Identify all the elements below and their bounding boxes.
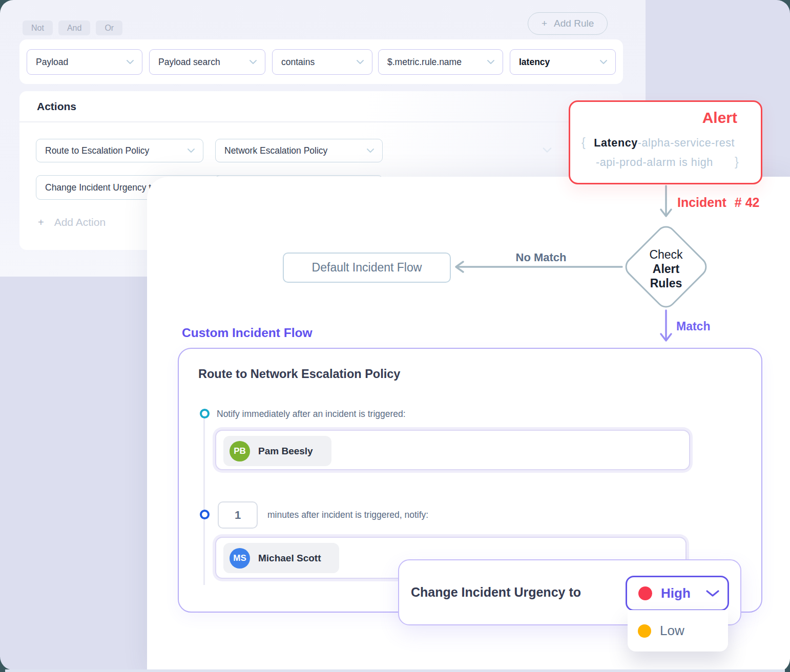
- rule-value-dropdown[interactable]: latency: [510, 49, 616, 75]
- step2-radio[interactable]: [200, 510, 210, 519]
- incident-number: # 42: [735, 195, 760, 210]
- close-brace: }: [735, 155, 739, 169]
- open-brace: {: [581, 136, 586, 149]
- logic-and-button[interactable]: And: [58, 20, 90, 35]
- rule-condition-bar: Payload Payload search contains $.metric…: [19, 39, 623, 84]
- actions-title: Actions: [37, 100, 76, 113]
- chevron-down-icon: [187, 148, 195, 153]
- dropdown-value: Network Escalation Policy: [224, 145, 327, 156]
- timeline-connector: [203, 418, 205, 585]
- chevron-down-icon: [356, 59, 364, 65]
- diamond-line: Alert: [653, 262, 679, 276]
- alert-metric-rest: -alpha-service-rest: [638, 137, 735, 149]
- minutes-input[interactable]: 1: [218, 501, 258, 529]
- dropdown-value: Route to Escalation Policy: [45, 145, 149, 156]
- plus-icon: +: [542, 18, 547, 29]
- add-action-button[interactable]: + Add Action: [38, 216, 106, 228]
- no-match-label: No Match: [500, 251, 582, 264]
- urgency-option-low[interactable]: Low: [628, 610, 728, 652]
- page: Not And Or + Add Rule Payload Payload se…: [0, 0, 790, 672]
- logic-operator-group: Not And Or: [23, 20, 122, 35]
- rule-operator-dropdown[interactable]: contains: [272, 49, 372, 75]
- user-name: Pam Beesly: [258, 446, 313, 457]
- dropdown-value: Payload: [36, 57, 68, 68]
- low-urgency-dot-icon: [638, 624, 651, 638]
- dropdown-value: Payload search: [158, 57, 220, 68]
- logic-or-button[interactable]: Or: [96, 20, 122, 35]
- urgency-select[interactable]: High: [626, 576, 729, 611]
- chevron-down-icon: [487, 59, 495, 65]
- user-chip[interactable]: PB Pam Beesly: [223, 436, 331, 466]
- urgency-selected-value: High: [661, 585, 691, 601]
- dropdown-value: contains: [281, 57, 315, 68]
- arrow-down: [657, 185, 675, 223]
- alert-payload-line2: -api-prod-alarm is high}: [596, 155, 739, 169]
- step1-user-field[interactable]: PB Pam Beesly: [215, 430, 690, 470]
- rule-path-dropdown[interactable]: $.metric.rule.name: [378, 49, 503, 75]
- action-type-dropdown[interactable]: Route to Escalation Policy: [36, 139, 203, 162]
- escalation-policy-dropdown[interactable]: Network Escalation Policy: [215, 139, 383, 162]
- diamond-text: Check Alert Rules: [624, 227, 708, 311]
- plus-icon: +: [38, 217, 44, 228]
- chevron-down-icon: [366, 148, 375, 153]
- urgency-label: Change Incident Urgency to: [411, 585, 581, 600]
- chevron-down-icon: [542, 146, 552, 155]
- step2-label: minutes after incident is triggered, not…: [267, 510, 428, 520]
- diamond-line: Rules: [650, 276, 682, 290]
- diamond-line: Check: [649, 247, 682, 262]
- default-incident-flow-node: Default Incident Flow: [283, 253, 451, 283]
- check-alert-rules-node: Check Alert Rules: [621, 222, 711, 311]
- add-rule-label: Add Rule: [554, 18, 594, 29]
- dropdown-value: latency: [519, 57, 550, 68]
- add-action-label: Add Action: [54, 216, 106, 228]
- chevron-down-icon: [599, 59, 608, 65]
- step1-label: Notify immediately after an incident is …: [217, 409, 406, 419]
- chevron-down-icon: [705, 590, 720, 597]
- add-rule-button[interactable]: + Add Rule: [528, 12, 608, 35]
- avatar: PB: [230, 441, 250, 461]
- arrow-down-match: [657, 309, 675, 347]
- step1-radio[interactable]: [200, 409, 210, 418]
- user-chip[interactable]: MS Michael Scott: [223, 543, 339, 573]
- alert-metric-line2: -api-prod-alarm is high: [596, 156, 713, 169]
- logic-not-button[interactable]: Not: [23, 20, 53, 35]
- dropdown-value: Change Incident Urgency to: [45, 182, 156, 193]
- incident-word: Incident: [677, 195, 726, 210]
- alert-card: Alert {Latency-alpha-service-rest -api-p…: [569, 100, 762, 184]
- background-lower-left: [0, 277, 147, 670]
- avatar: MS: [230, 548, 250, 569]
- high-urgency-dot-icon: [638, 586, 652, 600]
- custom-incident-flow-title: Custom Incident Flow: [182, 326, 313, 340]
- chevron-down-icon: [249, 59, 257, 65]
- alert-metric-name: Latency: [594, 137, 637, 149]
- dropdown-value: $.metric.rule.name: [387, 57, 462, 68]
- rule-field-dropdown[interactable]: Payload: [27, 49, 142, 75]
- bottom-edge: [5, 669, 785, 672]
- rule-subfield-dropdown[interactable]: Payload search: [149, 49, 265, 75]
- divider: [19, 121, 623, 122]
- user-name: Michael Scott: [258, 553, 321, 564]
- flow-card-title: Route to Network Escalation Policy: [198, 367, 400, 381]
- urgency-option-label: Low: [660, 623, 684, 639]
- alert-title: Alert: [702, 109, 737, 127]
- match-label: Match: [676, 320, 710, 333]
- chevron-down-icon: [126, 59, 134, 65]
- alert-payload-line1: {Latency-alpha-service-rest: [581, 136, 735, 150]
- incident-number-label: Incident # 42: [677, 195, 760, 210]
